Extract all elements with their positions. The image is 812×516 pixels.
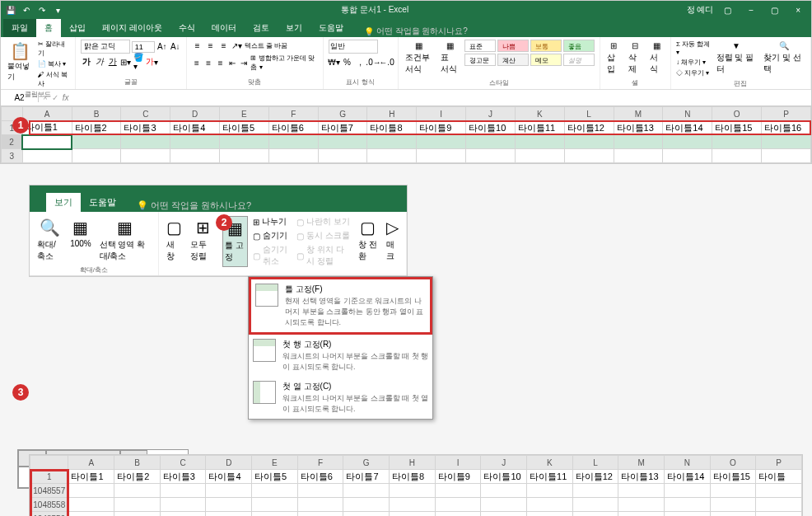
- cell[interactable]: [220, 149, 269, 163]
- cell[interactable]: [297, 512, 343, 517]
- p3-col-e[interactable]: E: [252, 456, 298, 470]
- col-header-e[interactable]: E: [220, 107, 269, 121]
- p3-corner[interactable]: [30, 456, 68, 470]
- orientation-icon[interactable]: ↗▾: [231, 40, 243, 51]
- delete-cell-button[interactable]: ⊟ 삭제: [627, 40, 644, 77]
- cell[interactable]: 타이틀8: [367, 121, 417, 135]
- cell[interactable]: [618, 512, 665, 517]
- col-header-a[interactable]: A: [22, 107, 72, 121]
- col-header-l[interactable]: L: [564, 107, 614, 121]
- font-name-select[interactable]: 맑은 고딕: [81, 40, 130, 54]
- cell[interactable]: [572, 498, 618, 512]
- cell[interactable]: [665, 484, 711, 498]
- zoom-100-button[interactable]: ▦ 100%: [68, 216, 93, 264]
- cell[interactable]: 타이틀2: [114, 470, 161, 484]
- cell[interactable]: 타이틀16: [761, 121, 810, 135]
- freeze-top-row-option[interactable]: 첫 행 고정(R) 워크시트의 나머지 부분을 스크롤할 때 첫 행이 표시되도…: [249, 335, 432, 377]
- cell[interactable]: 타이틀13: [614, 121, 663, 135]
- style-explain[interactable]: 설명 텍스트: [563, 54, 595, 66]
- cell[interactable]: [343, 484, 390, 498]
- arrange-button[interactable]: ⊞ 모두 정렬: [189, 216, 218, 267]
- cell[interactable]: 타이틀14: [665, 470, 711, 484]
- cell[interactable]: [297, 498, 343, 512]
- zoom-selection-button[interactable]: ▦ 선택 영역 확대/축소: [98, 216, 152, 264]
- p3-col-g[interactable]: G: [343, 456, 390, 470]
- number-format-select[interactable]: 일반: [329, 40, 378, 54]
- file-tab[interactable]: 파일: [3, 19, 36, 37]
- cell[interactable]: [481, 498, 527, 512]
- review-tab[interactable]: 검토: [245, 19, 278, 37]
- cell[interactable]: [417, 135, 466, 149]
- cell[interactable]: 타이틀4: [170, 121, 220, 135]
- tell-me-search[interactable]: 💡 어떤 작업을 원하시나요?: [364, 26, 468, 37]
- zoom-button[interactable]: 🔍 확대/축소: [35, 216, 63, 264]
- cell[interactable]: [318, 149, 367, 163]
- wrap-text-button[interactable]: 텍스트 줄 바꿈: [245, 41, 287, 50]
- cell[interactable]: [665, 512, 711, 517]
- style-warning[interactable]: 경고문: [464, 54, 496, 66]
- cell[interactable]: [710, 498, 756, 512]
- cell[interactable]: [564, 135, 614, 149]
- cell[interactable]: 타이틀3: [121, 121, 170, 135]
- col-header-c[interactable]: C: [121, 107, 170, 121]
- p3-col-o[interactable]: O: [710, 456, 756, 470]
- p3-col-i[interactable]: I: [435, 456, 481, 470]
- merge-button[interactable]: ⊞ 병합하고 가운데 맞춤 ▾: [250, 54, 317, 72]
- col-header-f[interactable]: F: [268, 107, 318, 121]
- p2-help-tab[interactable]: 도움말: [81, 193, 124, 212]
- align-left-icon[interactable]: ≡: [192, 57, 202, 68]
- cell[interactable]: [72, 149, 121, 163]
- p3-col-m[interactable]: M: [618, 456, 665, 470]
- p3-col-n[interactable]: N: [665, 456, 711, 470]
- col-header-h[interactable]: H: [367, 107, 417, 121]
- underline-icon[interactable]: 가: [107, 56, 119, 68]
- cell[interactable]: [390, 484, 436, 498]
- increase-font-icon[interactable]: A↑: [156, 41, 168, 53]
- p3-row[interactable]: 1048557: [30, 484, 68, 498]
- cell[interactable]: [68, 498, 114, 512]
- cell[interactable]: [663, 135, 712, 149]
- cell[interactable]: [367, 135, 417, 149]
- cell[interactable]: [663, 149, 712, 163]
- comma-icon[interactable]: ,: [355, 56, 366, 68]
- format-painter-button[interactable]: 🖌 서식 복사: [38, 70, 70, 88]
- p3-col-h[interactable]: H: [390, 456, 436, 470]
- cell[interactable]: 타이틀9: [435, 470, 481, 484]
- cell[interactable]: [761, 149, 810, 163]
- layout-tab[interactable]: 페이지 레이아웃: [94, 19, 170, 37]
- table-format-button[interactable]: ▦ 표 서식: [439, 40, 460, 77]
- home-tab[interactable]: 홈: [36, 19, 61, 37]
- cell[interactable]: 타이틀6: [297, 470, 343, 484]
- cell[interactable]: 타이틀11: [515, 121, 564, 135]
- cell[interactable]: [170, 149, 220, 163]
- cell[interactable]: [268, 135, 318, 149]
- cell[interactable]: [466, 149, 516, 163]
- cell[interactable]: [756, 498, 802, 512]
- cell[interactable]: [367, 149, 417, 163]
- inc-decimal-icon[interactable]: .0→: [368, 56, 380, 68]
- style-bad[interactable]: 나쁨: [497, 40, 529, 52]
- style-good[interactable]: 좋음: [563, 40, 595, 52]
- cell[interactable]: [68, 512, 114, 517]
- cell[interactable]: 타이틀: [756, 470, 802, 484]
- align-center-icon[interactable]: ≡: [203, 57, 213, 68]
- qab-customize-icon[interactable]: ▾: [52, 4, 63, 16]
- autosum-button[interactable]: Σ 자동 합계 ▾: [676, 40, 711, 56]
- maximize-icon[interactable]: ▢: [764, 6, 785, 15]
- cell[interactable]: [114, 498, 161, 512]
- cell[interactable]: 타이틀5: [252, 470, 298, 484]
- cell[interactable]: 타이틀11: [527, 470, 573, 484]
- indent-inc-icon[interactable]: ⇥: [239, 57, 249, 68]
- cell[interactable]: [390, 498, 436, 512]
- freeze-first-col-option[interactable]: 첫 열 고정(C) 워크시트의 나머지 부분을 스크롤할 때 첫 열이 표시되도…: [249, 377, 432, 419]
- view-tab[interactable]: 보기: [278, 19, 310, 37]
- insert-cell-button[interactable]: ⊞ 삽입: [605, 40, 623, 77]
- font-size-select[interactable]: 11: [132, 41, 155, 53]
- cell[interactable]: 타이틀8: [390, 470, 436, 484]
- row-header-3[interactable]: 3: [2, 149, 23, 163]
- ribbon-options-icon[interactable]: ▢: [717, 6, 738, 15]
- cell[interactable]: 타이틀1: [68, 470, 114, 484]
- decrease-font-icon[interactable]: A↓: [170, 41, 181, 53]
- fill-button[interactable]: ↓ 채우기 ▾: [676, 58, 711, 67]
- style-calc[interactable]: 계산: [497, 54, 529, 66]
